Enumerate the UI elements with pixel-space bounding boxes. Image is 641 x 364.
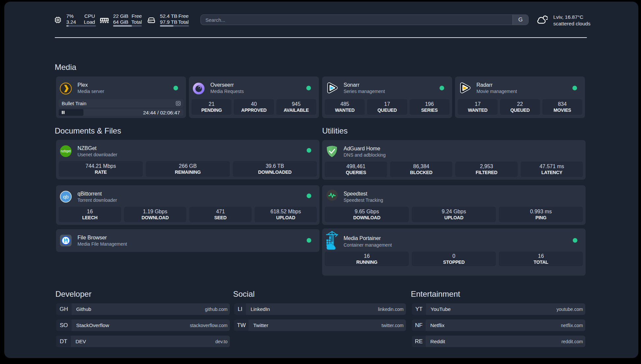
svg-text:qb: qb xyxy=(63,194,69,199)
svg-text:nzbget: nzbget xyxy=(61,149,71,153)
